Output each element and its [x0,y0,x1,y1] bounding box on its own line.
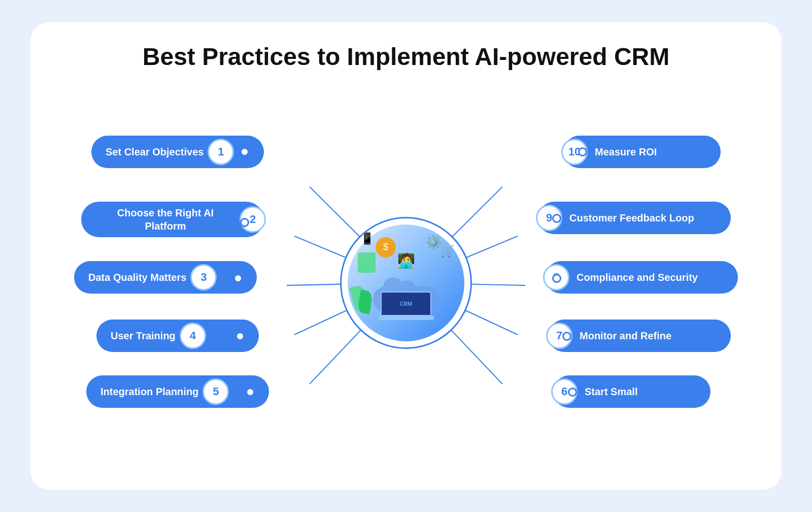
pill-2-label: Choose the Right AI Platform [81,206,240,233]
pill-6-label: Start Small [578,385,652,398]
connector-dot-6 [568,388,577,397]
connector-dot-10 [578,147,587,156]
pill-4-number: 4 [180,323,206,349]
center-circle: $ ⚙️ 📱 🛒 🧑‍💻 CRM [340,217,472,349]
connector-dot-1 [240,147,249,156]
pill-1-label: Set Clear Objectives [91,145,208,158]
connector-dot-9 [552,214,561,223]
connector-dot-2 [240,218,249,227]
pill-2: Choose the Right AI Platform 2 [81,202,264,237]
pill-5: Integration Planning 5 [86,375,269,408]
pill-8: 8 Compliance and Security [545,261,738,294]
connector-dot-7 [562,332,571,341]
pill-3: Data Quality Matters 3 [74,261,257,294]
connector-dot-5 [246,388,255,397]
pill-1: Set Clear Objectives 1 [91,136,264,168]
pill-7: 7 Monitor and Refine [548,319,731,352]
pill-4-label: User Training [96,329,180,342]
pill-3-number: 3 [190,264,217,291]
connector-dot-4 [235,332,245,341]
connector-dot-8 [552,274,561,283]
pill-4: User Training 4 [96,319,259,352]
pill-1-number: 1 [208,139,234,165]
pill-7-label: Monitor and Refine [572,329,686,342]
page-title: Best Practices to Implement AI-powered C… [143,43,669,71]
pill-5-label: Integration Planning [86,385,202,398]
pill-5-number: 5 [202,378,229,405]
connector-dot-3 [233,274,243,283]
pill-8-label: Compliance and Security [569,271,712,284]
diagram-area: $ ⚙️ 📱 🛒 🧑‍💻 CRM [61,91,751,474]
pill-10-label: Measure ROI [588,145,671,158]
pill-9-label: Customer Feedback Loop [562,211,708,225]
pill-9: 9 Customer Feedback Loop [538,202,731,234]
main-card: Best Practices to Implement AI-powered C… [30,22,782,490]
crm-center-label: CRM [399,301,412,307]
pill-3-label: Data Quality Matters [74,271,190,284]
